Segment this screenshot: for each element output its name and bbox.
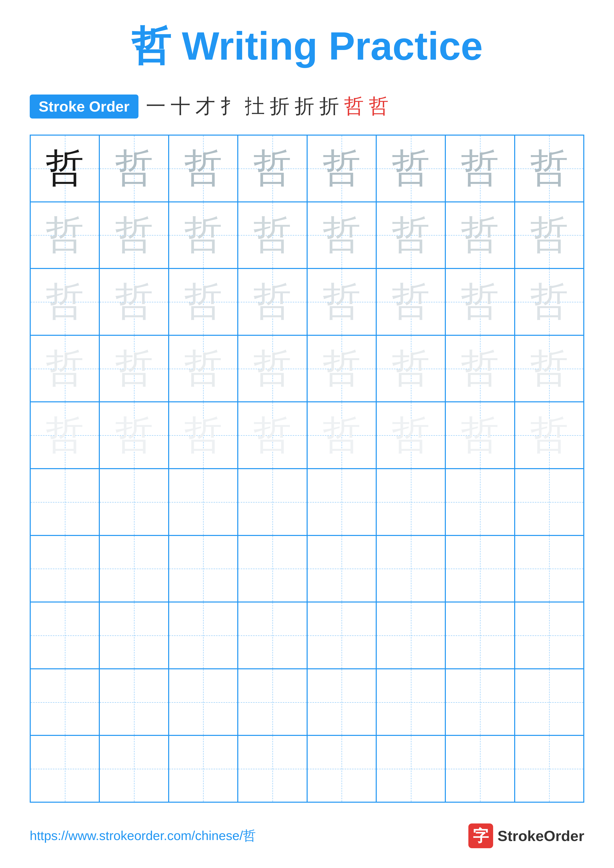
grid-cell-r9-c8[interactable] <box>515 669 584 736</box>
grid-cell-r9-c5[interactable] <box>307 669 376 736</box>
grid-cell-r3-c7[interactable]: 哲 <box>445 268 515 335</box>
grid-cell-r9-c3[interactable] <box>169 669 238 736</box>
grid-cell-r6-c1[interactable] <box>30 469 99 535</box>
grid-cell-r2-c1[interactable]: 哲 <box>30 202 99 269</box>
grid-cell-r6-c6[interactable] <box>376 469 445 535</box>
grid-cell-r8-c1[interactable] <box>30 602 99 669</box>
logo-text: StrokeOrder <box>497 828 584 845</box>
grid-cell-r3-c4[interactable]: 哲 <box>238 268 307 335</box>
grid-cell-r6-c4[interactable] <box>238 469 307 535</box>
footer-url: https://www.strokeorder.com/chinese/哲 <box>30 827 256 845</box>
grid-cell-r1-c2[interactable]: 哲 <box>99 135 168 202</box>
grid-cell-r4-c7[interactable]: 哲 <box>445 335 515 402</box>
grid-cell-r5-c3[interactable]: 哲 <box>169 402 238 469</box>
grid-cell-r1-c3[interactable]: 哲 <box>169 135 238 202</box>
grid-cell-r8-c5[interactable] <box>307 602 376 669</box>
grid-cell-r10-c7[interactable] <box>445 735 515 802</box>
grid-cell-r10-c5[interactable] <box>307 735 376 802</box>
grid-cell-r8-c4[interactable] <box>238 602 307 669</box>
practice-grid: 哲 哲 哲 哲 哲 哲 哲 哲 哲 哲 哲 <box>30 135 584 803</box>
grid-cell-r6-c2[interactable] <box>99 469 168 535</box>
grid-cell-r10-c1[interactable] <box>30 735 99 802</box>
grid-cell-r1-c4[interactable]: 哲 <box>238 135 307 202</box>
grid-cell-r3-c8[interactable]: 哲 <box>515 268 584 335</box>
grid-cell-r4-c6[interactable]: 哲 <box>376 335 445 402</box>
grid-cell-r9-c1[interactable] <box>30 669 99 736</box>
grid-cell-r7-c8[interactable] <box>515 535 584 602</box>
logo-icon: 字 <box>468 823 493 848</box>
grid-cell-r8-c2[interactable] <box>99 602 168 669</box>
grid-cell-r6-c7[interactable] <box>445 469 515 535</box>
grid-cell-r10-c6[interactable] <box>376 735 445 802</box>
stroke-order-row: Stroke Order 一 十 才 扌 扗 折 折 折 哲 哲 <box>30 93 584 120</box>
grid-cell-r10-c2[interactable] <box>99 735 168 802</box>
grid-cell-r10-c4[interactable] <box>238 735 307 802</box>
grid-cell-r9-c2[interactable] <box>99 669 168 736</box>
grid-cell-r7-c1[interactable] <box>30 535 99 602</box>
grid-cell-r2-c4[interactable]: 哲 <box>238 202 307 269</box>
grid-cell-r2-c5[interactable]: 哲 <box>307 202 376 269</box>
grid-cell-r8-c8[interactable] <box>515 602 584 669</box>
grid-cell-r2-c3[interactable]: 哲 <box>169 202 238 269</box>
grid-cell-r5-c6[interactable]: 哲 <box>376 402 445 469</box>
grid-cell-r2-c8[interactable]: 哲 <box>515 202 584 269</box>
grid-cell-r5-c7[interactable]: 哲 <box>445 402 515 469</box>
grid-cell-r5-c8[interactable]: 哲 <box>515 402 584 469</box>
grid-cell-r1-c8[interactable]: 哲 <box>515 135 584 202</box>
title-text: 哲 Writing Practice <box>131 24 483 68</box>
grid-cell-r2-c7[interactable]: 哲 <box>445 202 515 269</box>
grid-cell-r1-c6[interactable]: 哲 <box>376 135 445 202</box>
stroke-sequence: 一 十 才 扌 扗 折 折 折 哲 哲 <box>146 93 389 120</box>
grid-cell-r7-c5[interactable] <box>307 535 376 602</box>
grid-cell-r4-c2[interactable]: 哲 <box>99 335 168 402</box>
grid-cell-r3-c3[interactable]: 哲 <box>169 268 238 335</box>
grid-cell-r8-c3[interactable] <box>169 602 238 669</box>
grid-cell-r8-c7[interactable] <box>445 602 515 669</box>
grid-cell-r10-c8[interactable] <box>515 735 584 802</box>
grid-cell-r5-c2[interactable]: 哲 <box>99 402 168 469</box>
grid-cell-r4-c1[interactable]: 哲 <box>30 335 99 402</box>
grid-cell-r5-c1[interactable]: 哲 <box>30 402 99 469</box>
grid-cell-r4-c3[interactable]: 哲 <box>169 335 238 402</box>
grid-cell-r5-c5[interactable]: 哲 <box>307 402 376 469</box>
grid-cell-r9-c4[interactable] <box>238 669 307 736</box>
grid-cell-r3-c6[interactable]: 哲 <box>376 268 445 335</box>
grid-cell-r2-c6[interactable]: 哲 <box>376 202 445 269</box>
grid-cell-r8-c6[interactable] <box>376 602 445 669</box>
grid-cell-r9-c6[interactable] <box>376 669 445 736</box>
grid-cell-r3-c2[interactable]: 哲 <box>99 268 168 335</box>
grid-cell-r7-c3[interactable] <box>169 535 238 602</box>
grid-cell-r6-c5[interactable] <box>307 469 376 535</box>
grid-cell-r4-c4[interactable]: 哲 <box>238 335 307 402</box>
page: 哲 Writing Practice Stroke Order 一 十 才 扌 … <box>0 0 614 868</box>
grid-cell-r2-c2[interactable]: 哲 <box>99 202 168 269</box>
grid-cell-r7-c6[interactable] <box>376 535 445 602</box>
grid-cell-r7-c7[interactable] <box>445 535 515 602</box>
footer: https://www.strokeorder.com/chinese/哲 字 … <box>30 823 584 848</box>
grid-cell-r3-c5[interactable]: 哲 <box>307 268 376 335</box>
grid-cell-r7-c4[interactable] <box>238 535 307 602</box>
page-title: 哲 Writing Practice <box>30 20 584 73</box>
grid-cell-r6-c8[interactable] <box>515 469 584 535</box>
grid-cell-r9-c7[interactable] <box>445 669 515 736</box>
grid-cell-r1-c5[interactable]: 哲 <box>307 135 376 202</box>
grid-cell-r10-c3[interactable] <box>169 735 238 802</box>
grid-cell-r4-c5[interactable]: 哲 <box>307 335 376 402</box>
grid-cell-r5-c4[interactable]: 哲 <box>238 402 307 469</box>
grid-cell-r1-c7[interactable]: 哲 <box>445 135 515 202</box>
grid-cell-r1-c1[interactable]: 哲 <box>30 135 99 202</box>
grid-cell-r7-c2[interactable] <box>99 535 168 602</box>
grid-cell-r3-c1[interactable]: 哲 <box>30 268 99 335</box>
grid-cell-r4-c8[interactable]: 哲 <box>515 335 584 402</box>
footer-logo: 字 StrokeOrder <box>468 823 584 848</box>
grid-cell-r6-c3[interactable] <box>169 469 238 535</box>
stroke-order-badge: Stroke Order <box>30 95 138 119</box>
